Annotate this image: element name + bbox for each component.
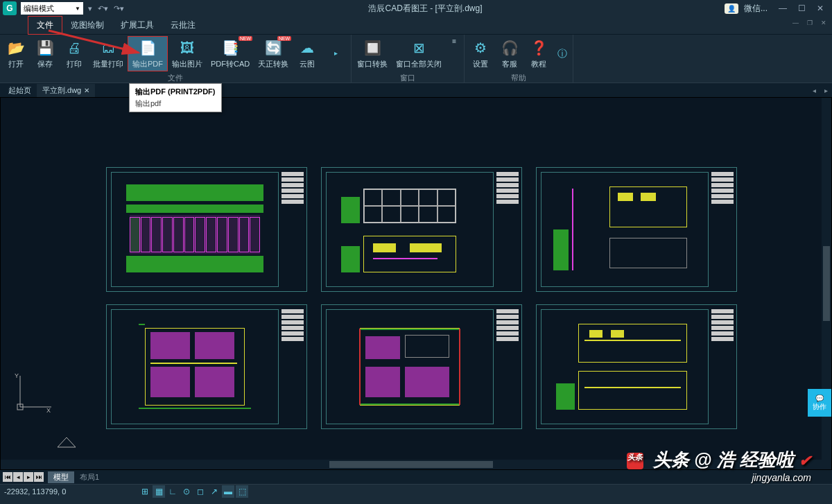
gear-icon: ⚙ [471,38,490,58]
close-button[interactable]: ✕ [811,3,829,13]
drawing-sheet [536,167,737,292]
svg-text:Y: Y [15,372,19,379]
qat-redo-icon[interactable]: ↷▾ [112,4,126,13]
status-snap-icon[interactable]: ▦ [153,485,165,498]
sub-close-icon[interactable]: ✕ [818,19,829,26]
image-export-icon: 🖼 [177,38,197,58]
help-icon: ❓ [529,38,548,58]
save-button[interactable]: 💾保存 [31,36,60,71]
tabs-next-icon[interactable]: ▸ [820,87,832,94]
tab-start-page[interactable]: 起始页 [3,84,37,97]
mode-label: 编辑模式 [24,3,54,14]
status-osnap-icon[interactable]: ◻ [194,485,207,498]
close-all-windows-button[interactable]: ⊠窗口全部关闭 [392,36,446,71]
status-polar-icon[interactable]: ⊙ [180,485,193,498]
user-badge[interactable]: 👤 [725,3,738,14]
ucs-icon: Y X [13,372,55,414]
app-logo: G [3,1,17,15]
menu-cloud-annotate[interactable]: 云批注 [162,17,204,34]
export-pdf-tooltip: 输出PDF (PRINT2PDF) 输出pdf [129,83,222,112]
svg-text:X: X [46,407,51,414]
pdf-to-cad-button[interactable]: NEW📑PDF转CAD [207,36,254,71]
status-lineweight-icon[interactable]: ▬ [222,485,234,498]
drawing-canvas[interactable]: Y X 💬 协作 [0,97,832,470]
window-group-label: 窗口 [352,73,464,82]
coordinates-display: -22932, 113799, 0 [4,487,66,496]
tooltip-desc: 输出pdf [135,98,216,109]
tab-close-icon[interactable]: ✕ [84,87,89,94]
status-ortho-icon[interactable]: ∟ [166,485,179,498]
print-button[interactable]: 🖨打印 [60,36,89,71]
drawing-sheet [321,304,522,429]
batch-print-button[interactable]: 🗂批量打印 [89,36,128,71]
window-switch-icon: 🔲 [363,38,382,58]
tabs-prev-icon[interactable]: ◂ [808,87,820,94]
settings-button[interactable]: ⚙设置 [466,36,495,71]
list-icon: ≡ [452,37,456,45]
tianzheng-button[interactable]: NEW🔄天正转换 [254,36,293,71]
help-group-label: 帮助 [465,73,573,82]
export-pdf-button[interactable]: 📄输出PDF [128,36,168,71]
more-button[interactable]: ⓘ [553,36,571,71]
drawing-sheet [106,304,307,429]
chat-icon: 💬 [815,394,824,402]
cloud-button[interactable]: ☁云图 [293,36,322,71]
last-layout-icon[interactable]: ⏭ [34,472,44,482]
batch-print-icon: 🗂 [98,38,118,58]
drawing-sheet [106,167,307,292]
sub-minimize-icon[interactable]: — [790,19,801,26]
status-track-icon[interactable]: ↗ [208,485,220,498]
support-button[interactable]: 🎧客服 [495,36,524,71]
mode-dropdown[interactable]: 编辑模式 ▼ [21,2,83,15]
minimize-button[interactable]: — [773,3,792,13]
maximize-button[interactable]: ☐ [792,3,811,13]
open-button[interactable]: 📂打开 [1,36,31,71]
view-triangle-icon [56,435,77,449]
tab-document[interactable]: 平立剖.dwg✕ [37,84,95,97]
pdf-convert-icon: 📑 [220,38,240,58]
convert-icon: 🔄 [263,38,283,58]
switch-window-button[interactable]: 🔲窗口转换 [353,36,392,71]
new-badge: NEW [239,36,252,41]
quick-access-toolbar: ▾ ↶▾ ↷▾ [86,4,126,13]
tooltip-title: 输出PDF (PRINT2PDF) [135,87,216,97]
headset-icon: 🎧 [500,38,519,58]
save-icon: 💾 [35,38,55,58]
drawing-sheet [321,167,522,292]
prev-layout-icon[interactable]: ◂ [13,472,23,482]
wechat-label[interactable]: 微信... [744,3,768,15]
chevron-down-icon: ▼ [75,6,80,12]
menu-file[interactable]: 文件 [28,16,62,35]
first-layout-icon[interactable]: ⏮ [3,472,12,482]
ribbon-expand-button[interactable]: ▸ [322,36,349,71]
status-grid-icon[interactable]: ⊞ [139,485,151,498]
tutorial-button[interactable]: ❓教程 [524,36,553,71]
cloud-icon: ☁ [297,38,317,58]
export-image-button[interactable]: 🖼输出图片 [168,36,207,71]
pdf-export-icon: 📄 [138,38,157,58]
drawing-sheet [536,304,737,429]
expand-icon: ▸ [326,44,345,63]
window-title: 浩辰CAD看图王 - [平立剖.dwg] [126,3,725,15]
cooperate-button[interactable]: 💬 协作 [808,389,831,417]
horizontal-scrollbar[interactable] [1,460,822,469]
next-layout-icon[interactable]: ▸ [24,472,33,482]
sub-restore-icon[interactable]: ❐ [804,19,815,26]
layout-tab-layout1[interactable]: 布局1 [74,471,105,483]
menu-extensions[interactable]: 扩展工具 [112,17,162,34]
new-badge: NEW [277,36,291,41]
status-model-icon[interactable]: ⬚ [236,485,248,498]
window-list-button[interactable]: ≡ [446,36,462,71]
layout-tab-model[interactable]: 模型 [48,471,74,483]
folder-icon: 📂 [6,38,26,58]
menu-view-draw[interactable]: 览图绘制 [62,17,112,34]
file-group-label: 文件 [0,73,351,82]
print-icon: 🖨 [64,38,84,58]
qat-dropdown-icon[interactable]: ▾ [86,4,94,13]
close-all-icon: ⊠ [409,38,428,58]
qat-undo-icon[interactable]: ↶▾ [96,4,110,13]
info-icon: ⓘ [557,48,567,60]
